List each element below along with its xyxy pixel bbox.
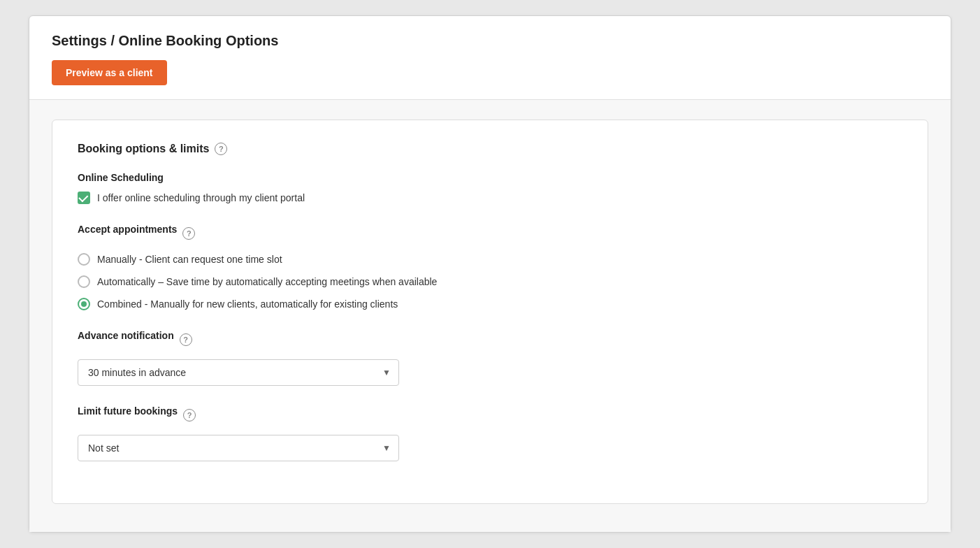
online-scheduling-checkbox-row: I offer online scheduling through my cli… [78,192,902,204]
accept-appointments-help-icon[interactable]: ? [182,227,195,240]
advance-notification-header: Advance notification ? [78,330,902,349]
limit-future-bookings-dropdown-wrapper: Not set 1 week 2 weeks 1 month 3 months … [78,435,399,461]
booking-options-card: Booking options & limits ? Online Schedu… [52,120,928,504]
advance-notification-help-icon[interactable]: ? [180,333,192,346]
online-scheduling-title: Online Scheduling [78,172,902,183]
advance-notification-dropdown-wrapper: 15 minutes in advance 30 minutes in adva… [78,359,399,386]
section-help-icon[interactable]: ? [215,143,227,155]
main-container: Settings / Online Booking Options Previe… [29,15,951,533]
header-section: Settings / Online Booking Options Previe… [29,16,951,100]
limit-future-bookings-block: Limit future bookings ? Not set 1 week 2… [78,405,902,461]
radio-combined-label: Combined - Manually for new clients, aut… [97,298,398,310]
radio-option-automatically: Automatically – Save time by automatical… [78,275,902,288]
accept-appointments-block: Accept appointments ? Manually - Client … [78,224,902,310]
limit-future-bookings-header: Limit future bookings ? [78,405,902,425]
online-scheduling-block: Online Scheduling I offer online schedul… [78,172,902,204]
radio-combined-inner [81,301,87,307]
radio-option-combined: Combined - Manually for new clients, aut… [78,298,902,310]
online-scheduling-checkbox[interactable] [78,192,90,204]
advance-notification-select[interactable]: 15 minutes in advance 30 minutes in adva… [78,359,399,386]
limit-future-bookings-help-icon[interactable]: ? [183,409,196,421]
limit-future-bookings-title: Limit future bookings [78,405,178,417]
page-title: Settings / Online Booking Options [52,33,928,49]
radio-automatically[interactable] [78,275,90,288]
radio-option-manually: Manually - Client can request one time s… [78,253,902,266]
radio-manually-label: Manually - Client can request one time s… [97,254,282,265]
accept-appointments-title: Accept appointments [78,224,177,235]
section-title-text: Booking options & limits [78,143,209,155]
radio-manually[interactable] [78,253,90,266]
section-title: Booking options & limits ? [78,143,902,155]
advance-notification-block: Advance notification ? 15 minutes in adv… [78,330,902,386]
radio-automatically-label: Automatically – Save time by automatical… [97,276,437,287]
online-scheduling-checkbox-label: I offer online scheduling through my cli… [97,192,305,203]
limit-future-bookings-select[interactable]: Not set 1 week 2 weeks 1 month 3 months … [78,435,399,461]
content-section: Booking options & limits ? Online Schedu… [29,100,951,532]
radio-combined[interactable] [78,298,90,310]
advance-notification-title: Advance notification [78,330,174,341]
preview-as-client-button[interactable]: Preview as a client [52,60,167,85]
accept-appointments-header: Accept appointments ? [78,224,902,243]
